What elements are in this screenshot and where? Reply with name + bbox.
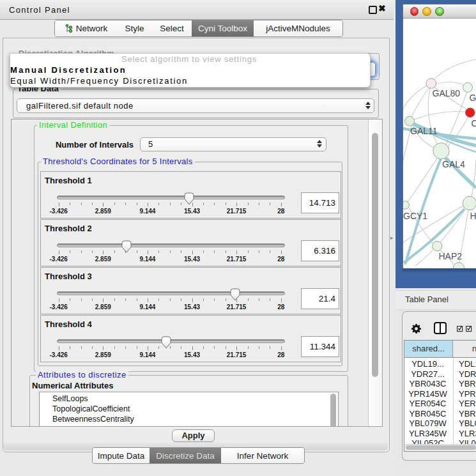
svg-text:GAL4: GAL4 (442, 159, 465, 169)
svg-text:GA: GA (470, 93, 476, 103)
svg-text:GAL11: GAL11 (410, 126, 438, 136)
svg-text:GAL80: GAL80 (433, 88, 461, 98)
svg-text:GCY1: GCY1 (403, 211, 427, 221)
svg-text:C: C (472, 118, 476, 128)
svg-text:HI: HI (470, 211, 476, 221)
svg-text:HAP2: HAP2 (439, 251, 463, 261)
